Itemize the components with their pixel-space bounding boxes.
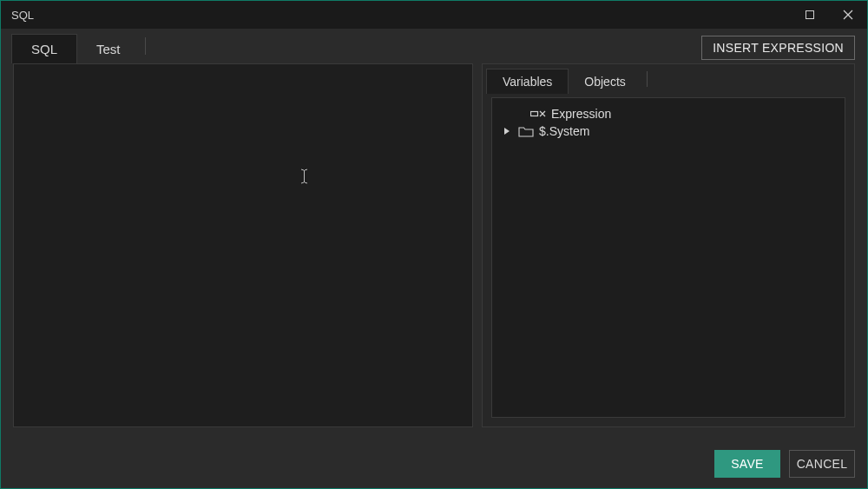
tree-node-expression[interactable]: ▶ Expression (497, 105, 839, 122)
tree-node-label: $.System (539, 124, 589, 138)
svg-line-7 (305, 182, 307, 183)
window-title: SQL (11, 9, 34, 22)
tab-variables-label: Variables (503, 75, 552, 89)
cancel-button-label: CANCEL (797, 457, 848, 471)
tab-objects[interactable]: Objects (569, 69, 641, 94)
cancel-button[interactable]: CANCEL (789, 450, 855, 478)
sql-editor[interactable] (13, 63, 473, 427)
window-controls (791, 1, 867, 29)
svg-line-6 (301, 182, 304, 183)
content-area: Variables Objects ▶ (1, 63, 867, 439)
titlebar: SQL (1, 1, 867, 29)
expand-icon[interactable] (501, 127, 513, 135)
save-button[interactable]: SAVE (714, 450, 780, 478)
tree-node-label: Expression (551, 107, 611, 121)
tab-sql[interactable]: SQL (11, 34, 77, 63)
close-button[interactable] (829, 1, 867, 29)
side-tabs: Variables Objects (483, 64, 854, 94)
maximize-button[interactable] (791, 1, 829, 29)
top-toolbar: SQL Test INSERT EXPRESSION (1, 29, 867, 63)
tab-test-label: Test (96, 42, 121, 56)
side-panel: Variables Objects ▶ (482, 63, 855, 427)
tab-variables[interactable]: Variables (486, 69, 569, 94)
insert-expression-label: INSERT EXPRESSION (713, 41, 844, 55)
tab-test[interactable]: Test (77, 35, 140, 63)
tree-node-system[interactable]: $.System (497, 122, 839, 140)
tab-sql-label: SQL (31, 42, 57, 56)
tab-objects-label: Objects (584, 75, 625, 89)
svg-marker-11 (504, 128, 510, 135)
side-tab-separator (647, 71, 648, 87)
sql-dialog-window: SQL SQL Test INSERT EXPRESSION (0, 0, 868, 489)
svg-rect-8 (531, 112, 538, 116)
folder-icon (518, 125, 534, 137)
insert-expression-button[interactable]: INSERT EXPRESSION (701, 36, 855, 60)
variables-tree: ▶ Expression (491, 97, 845, 418)
expression-icon (530, 108, 546, 120)
tab-separator (145, 37, 146, 55)
svg-line-4 (301, 169, 304, 170)
main-tabs: SQL Test (11, 29, 146, 63)
dialog-footer: SAVE CANCEL (1, 439, 867, 488)
save-button-label: SAVE (731, 457, 764, 471)
text-cursor-icon (300, 169, 301, 184)
svg-rect-0 (806, 11, 814, 19)
svg-line-5 (305, 169, 307, 170)
